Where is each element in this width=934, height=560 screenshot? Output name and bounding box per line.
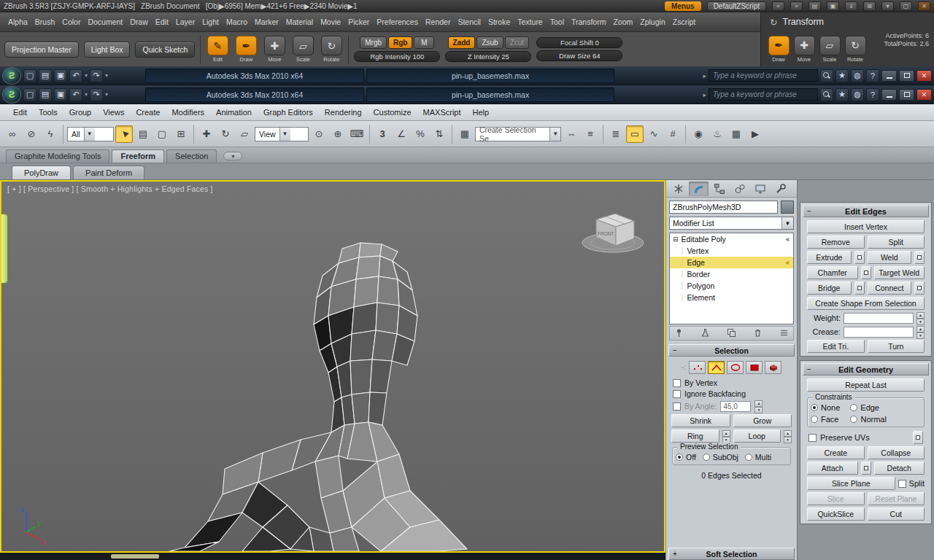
render-setup-icon[interactable]: ♨ xyxy=(709,125,726,143)
communication-center-icon[interactable]: ◍ xyxy=(851,69,864,82)
grid-icon[interactable]: ⊞ xyxy=(863,1,876,11)
zbrush-menu-document[interactable]: Document xyxy=(84,16,126,28)
zbrush-menu-tool[interactable]: Tool xyxy=(547,16,568,28)
make-unique-icon[interactable] xyxy=(727,328,736,339)
zbrush-menu-color[interactable]: Color xyxy=(58,16,84,28)
polygon-subobject-icon[interactable] xyxy=(746,361,763,374)
menu-help[interactable]: Help xyxy=(467,106,495,119)
tray-draw-button[interactable]: ✒Draw xyxy=(767,36,790,63)
subtab-paint-deform[interactable]: Paint Deform xyxy=(73,166,144,179)
select-and-rotate-icon[interactable]: ↻ xyxy=(217,125,234,143)
attach-settings-icon[interactable] xyxy=(861,462,871,475)
zbrush-menu-zplugin[interactable]: Zplugin xyxy=(636,16,668,28)
search-icon[interactable] xyxy=(820,88,833,101)
cut-button[interactable]: Cut xyxy=(868,508,925,521)
menu-animation[interactable]: Animation xyxy=(210,106,258,119)
save-icon[interactable]: ▣ xyxy=(827,1,839,11)
tray-scale-button[interactable]: ▱Scale xyxy=(818,36,841,63)
curve-editor-icon[interactable]: ∿ xyxy=(645,125,663,143)
angle-spinner[interactable]: ▲▼ xyxy=(754,400,763,412)
menu-graph-editors[interactable]: Graph Editors xyxy=(258,106,319,119)
keyboard-override-icon[interactable]: ⌨ xyxy=(348,125,366,143)
weight-spinner[interactable]: ▲▼ xyxy=(916,312,925,324)
menu-edit[interactable]: Edit xyxy=(7,106,33,119)
insert-vertex-button[interactable]: Insert Vertex xyxy=(807,220,925,233)
zbrush-menu-stencil[interactable]: Stencil xyxy=(454,16,485,28)
stack-item-element[interactable]: ┆Element xyxy=(670,292,793,303)
select-by-name-icon[interactable]: ▤ xyxy=(134,125,152,143)
ring-spinner[interactable]: ▲▼ xyxy=(722,430,730,442)
spinner-snap-icon[interactable]: ⇅ xyxy=(431,125,448,143)
restore-button[interactable] xyxy=(899,89,914,101)
scroll-left-icon[interactable]: « xyxy=(772,1,784,11)
by-vertex-checkbox-row[interactable]: By Vertex xyxy=(666,376,797,387)
mrgb-button[interactable]: Mrgb xyxy=(360,36,387,49)
chamfer-settings-icon[interactable] xyxy=(861,266,871,279)
extrude-button[interactable]: Extrude xyxy=(807,251,852,264)
tab-selection[interactable]: Selection xyxy=(166,149,217,163)
select-object-icon[interactable]: ► xyxy=(115,125,133,143)
snap-toggle-icon[interactable]: 3 xyxy=(374,125,391,143)
zbrush-menu-movie[interactable]: Movie xyxy=(317,16,344,28)
checkbox[interactable] xyxy=(808,434,817,442)
preview-off-radio[interactable]: Off xyxy=(676,453,696,462)
create-button[interactable]: Create xyxy=(807,446,865,459)
stack-item-vertex[interactable]: ┆Vertex xyxy=(670,245,793,257)
tab-motion-icon[interactable] xyxy=(730,182,749,196)
edge-subobject-icon[interactable] xyxy=(708,361,725,374)
projection-master-button[interactable]: Projection Master xyxy=(4,42,79,58)
rgb-intensity-slider[interactable]: Rgb Intensity 100 xyxy=(354,51,440,62)
edit-geometry-header[interactable]: − Edit Geometry xyxy=(803,363,929,376)
menu-customize[interactable]: Customize xyxy=(368,106,417,119)
preview-multi-radio[interactable]: Multi xyxy=(745,453,771,462)
zbrush-menu-draw[interactable]: Draw xyxy=(126,16,152,28)
selection-region-icon[interactable]: ▢ xyxy=(153,125,171,143)
scroll-right-icon[interactable]: » xyxy=(790,1,803,11)
light-box-button[interactable]: Light Box xyxy=(84,42,131,58)
constraint-normal-radio[interactable]: Normal xyxy=(850,415,886,424)
zbrush-menu-zoom[interactable]: Zoom xyxy=(609,16,636,28)
open-file-icon[interactable]: ▤ xyxy=(39,88,52,101)
detach-button[interactable]: Detach xyxy=(874,462,925,475)
minimize-button[interactable] xyxy=(881,89,897,101)
selection-rollout-header[interactable]: − Selection xyxy=(668,344,795,357)
tab-freeform[interactable]: Freeform xyxy=(112,149,164,163)
bridge-button[interactable]: Bridge xyxy=(807,281,852,295)
menu-tools[interactable]: Tools xyxy=(33,106,63,119)
redo-icon[interactable]: ↷ xyxy=(90,69,103,82)
quickslice-button[interactable]: QuickSlice xyxy=(807,508,865,521)
reference-coordinate-dropdown[interactable]: View▼ xyxy=(255,127,309,141)
graphite-ribbon-toggle-icon[interactable]: ▭ xyxy=(626,125,644,143)
select-and-move-icon[interactable]: ✚ xyxy=(198,125,215,143)
rgb-button[interactable]: Rgb xyxy=(388,36,412,49)
viewport-label[interactable]: [ + ] [ Perspective ] [ Smooth + Highlig… xyxy=(7,184,213,193)
schematic-view-icon[interactable]: # xyxy=(664,125,682,143)
loop-spinner[interactable]: ▲▼ xyxy=(784,430,792,442)
tray-move-button[interactable]: ✚Move xyxy=(792,36,816,63)
checkbox[interactable] xyxy=(673,379,681,387)
window-title-file[interactable]: pin-up_basemesh.max xyxy=(366,88,614,102)
infocenter-search-input[interactable] xyxy=(709,88,818,101)
modifier-list-dropdown[interactable]: Modifier List ▼ xyxy=(669,217,794,230)
draw-mode-button[interactable]: ✒Draw xyxy=(234,36,258,63)
redo-icon[interactable]: ↷ xyxy=(90,88,103,101)
zbrush-menu-edit[interactable]: Edit xyxy=(152,16,172,28)
zbrush-menu-transform[interactable]: Transform xyxy=(568,16,609,28)
minimize-icon[interactable]: ▾ xyxy=(881,1,894,11)
refresh-icon[interactable]: ↻ xyxy=(770,17,777,28)
edit-edges-header[interactable]: − Edit Edges xyxy=(803,205,929,217)
material-editor-icon[interactable]: ◉ xyxy=(690,125,707,143)
menu-group[interactable]: Group xyxy=(63,106,98,119)
zbrush-menu-render[interactable]: Render xyxy=(422,16,454,28)
close-button[interactable]: ✕ xyxy=(916,70,932,82)
infocenter-arrow-icon[interactable]: ▸ xyxy=(703,91,706,98)
extrude-settings-icon[interactable] xyxy=(854,251,865,264)
max-app-button[interactable]: Ƨ xyxy=(2,86,21,104)
named-selection-sets-icon[interactable]: ▦ xyxy=(456,125,474,143)
weld-button[interactable]: Weld xyxy=(868,251,912,264)
side-tab[interactable] xyxy=(1,214,8,284)
menu-rendering[interactable]: Rendering xyxy=(319,106,368,119)
tray-rotate-button[interactable]: ↻Rotate xyxy=(844,36,867,63)
stack-item-edge[interactable]: ┆Edge◄ xyxy=(670,257,793,268)
attach-button[interactable]: Attach xyxy=(807,462,858,475)
